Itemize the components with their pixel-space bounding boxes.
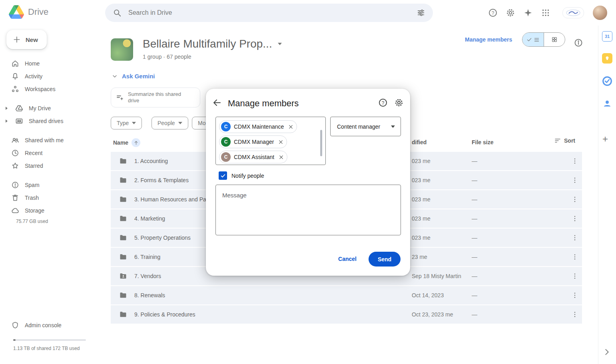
svg-text:?: ? bbox=[382, 100, 385, 106]
message-input[interactable] bbox=[215, 185, 401, 235]
dialog-title: Manage members bbox=[228, 98, 299, 109]
notify-people-row: Notify people bbox=[219, 171, 264, 180]
dialog-help-icon[interactable]: ? bbox=[375, 95, 391, 111]
member-avatar: C bbox=[221, 122, 231, 131]
remove-member-icon[interactable] bbox=[277, 138, 284, 145]
member-avatar: C bbox=[221, 137, 231, 147]
member-chip[interactable]: C CDMX Assistant bbox=[219, 151, 287, 163]
back-arrow-icon[interactable] bbox=[209, 95, 225, 111]
member-chip-input[interactable]: C CDMX Maintenance C CDMX Manager C CDMX… bbox=[215, 117, 326, 165]
manage-members-dialog: Manage members ? C CDMX Maintenance C CD… bbox=[206, 89, 410, 276]
chip-list-scrollbar[interactable] bbox=[320, 130, 322, 156]
notify-label: Notify people bbox=[231, 173, 264, 179]
send-button[interactable]: Send bbox=[369, 252, 401, 267]
member-chip[interactable]: C CDMX Maintenance bbox=[219, 120, 297, 133]
member-avatar: C bbox=[221, 152, 231, 162]
cancel-button[interactable]: Cancel bbox=[330, 252, 365, 266]
remove-member-icon[interactable] bbox=[277, 153, 285, 161]
member-chip[interactable]: C CDMX Manager bbox=[219, 135, 287, 148]
notify-checkbox[interactable] bbox=[219, 171, 227, 180]
chevron-down-icon bbox=[391, 125, 395, 128]
role-dropdown[interactable]: Content manager bbox=[330, 117, 401, 136]
remove-member-icon[interactable] bbox=[287, 123, 294, 130]
dialog-settings-gear-icon[interactable] bbox=[391, 95, 407, 111]
